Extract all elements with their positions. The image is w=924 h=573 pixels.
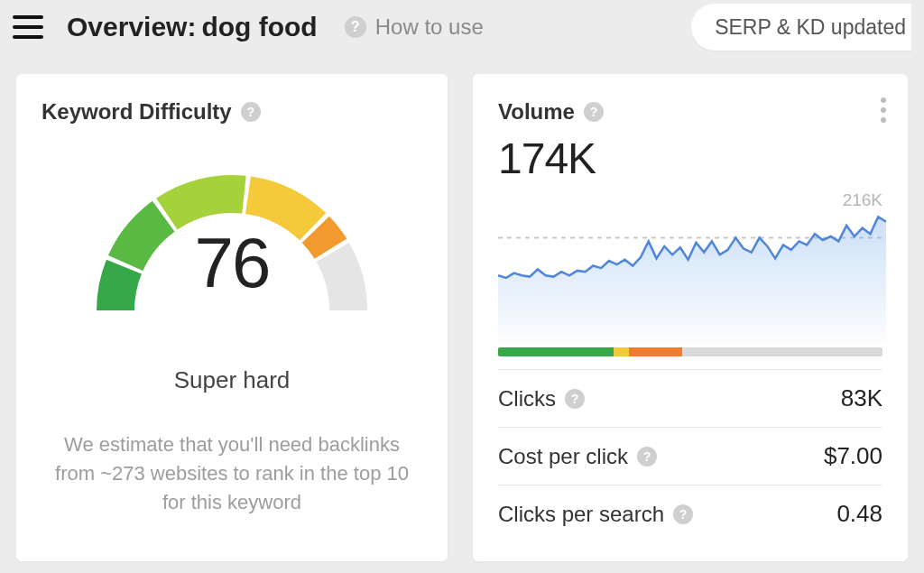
kd-description: We estimate that you'll need backlinks f… (42, 430, 422, 517)
help-icon: ? (345, 16, 366, 38)
stat-value: 0.48 (836, 500, 882, 528)
keyword-difficulty-card: Keyword Difficulty ? 76 Super hard We es… (16, 74, 448, 561)
update-status-label: SERP & KD updated (715, 15, 906, 40)
kd-title: Keyword Difficulty ? (42, 99, 422, 125)
difficulty-distribution-bar (498, 347, 882, 356)
how-to-use-label: How to use (375, 14, 484, 40)
kd-score: 76 (88, 227, 376, 298)
volume-chart: 216K (498, 190, 882, 344)
stat-label: Clicks? (498, 386, 585, 411)
stat-row: Clicks per search?0.48 (498, 485, 882, 542)
help-icon[interactable]: ? (673, 504, 693, 524)
stat-label: Clicks per search? (498, 502, 693, 527)
menu-button[interactable] (13, 15, 43, 39)
volume-title: Volume ? (498, 99, 882, 125)
kd-gauge: 76 (88, 155, 376, 319)
title-prefix: Overview: (67, 12, 196, 42)
help-icon[interactable]: ? (565, 389, 585, 409)
volume-stats-list: Clicks?83KCost per click?$7.00Clicks per… (498, 369, 882, 542)
kebab-menu-button[interactable] (881, 97, 886, 123)
help-icon[interactable]: ? (584, 102, 604, 122)
kd-rating: Super hard (174, 366, 291, 394)
stat-row: Cost per click?$7.00 (498, 427, 882, 485)
help-icon[interactable]: ? (637, 447, 657, 467)
title-keyword: dog food (201, 12, 317, 42)
volume-value: 174K (498, 134, 882, 183)
help-icon[interactable]: ? (241, 102, 261, 122)
volume-card: Volume ? 174K 216K Clicks?83KCost per cl… (473, 74, 908, 561)
stat-label: Cost per click? (498, 444, 657, 469)
chart-max-label: 216K (843, 190, 882, 210)
update-status-pill[interactable]: SERP & KD updated (691, 4, 911, 51)
page-title: Overview: dog food (67, 12, 318, 42)
how-to-use-link[interactable]: ? How to use (345, 14, 484, 40)
stat-value: $7.00 (824, 442, 882, 470)
stat-row: Clicks?83K (498, 369, 882, 427)
stat-value: 83K (841, 384, 882, 412)
